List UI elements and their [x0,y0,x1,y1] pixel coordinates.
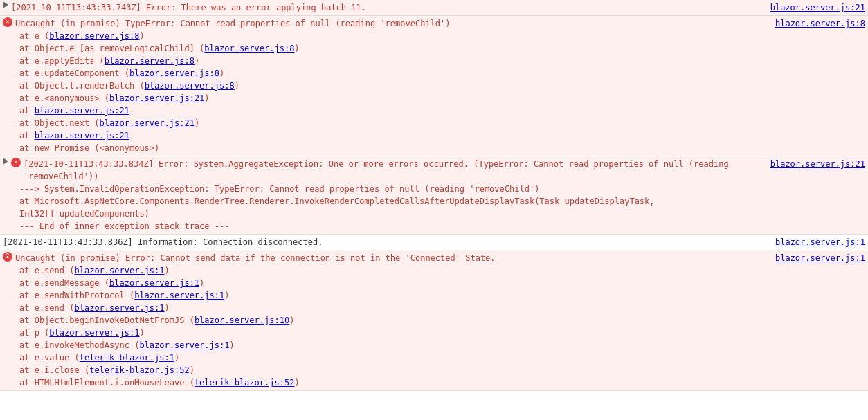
error-badge-3: ✕ [11,158,21,167]
expand-icon-1[interactable] [3,1,8,8]
log-text-3: [2021-10-11T13:43:33.834Z] Error: System… [24,158,765,183]
stack-line-5-6: at e.invokeMethodAsync (blazor.server.js… [19,339,865,351]
log-text-4: [2021-10-11T13:43:33.836Z] Information: … [3,236,770,248]
stack-link-2-3[interactable]: blazor.server.js:8 [129,69,219,78]
error-badge-5: 2 [3,252,12,262]
log-source-3[interactable]: blazor.server.js:21 [770,158,865,170]
stack-line-2-3: at e.updateComponent (blazor.server.js:8… [19,67,865,80]
log-entry-5: 2 Uncaught (in promise) Error: Cannot se… [0,250,868,391]
stack-line-2-7: at Object.next (blazor.server.js:21) [19,117,865,129]
stack-line-5-4: at Object.beginInvokeDotNetFromJS (blazo… [19,314,865,327]
stack-link-5-1[interactable]: blazor.server.js:1 [109,278,199,288]
log-entry-1: [2021-10-11T13:43:33.743Z] Error: There … [0,0,868,16]
stack-link-2-5[interactable]: blazor.server.js:21 [109,93,204,103]
log-text-5: Uncaught (in promise) Error: Cannot send… [15,252,770,264]
log-text-1: [2021-10-11T13:43:33.743Z] Error: There … [11,1,765,14]
stack-3: ---> System.InvalidOperationException: T… [3,183,865,232]
stack-line-2-5: at e.<anonymous> (blazor.server.js:21) [19,92,865,104]
stack-link-2-8[interactable]: blazor.server.js:21 [35,131,129,140]
stack-line-5-5: at p (blazor.server.js:1) [19,327,865,339]
stack-line-2-2: at e.applyEdits (blazor.server.js:8) [19,55,865,67]
stack-5: at e.send (blazor.server.js:1) at e.send… [3,264,865,389]
stack-line-3-0: ---> System.InvalidOperationException: T… [19,183,865,195]
stack-link-5-8[interactable]: telerik-blazor.js:52 [89,365,190,375]
stack-line-5-3: at e.send (blazor.server.js:1) [19,302,865,314]
log-entry-2: ✕ Uncaught (in promise) TypeError: Canno… [0,16,868,156]
console-panel: [2021-10-11T13:43:33.743Z] Error: There … [0,0,868,391]
log-source-5[interactable]: blazor.server.js:1 [775,252,865,264]
log-source-4[interactable]: blazor.server.js:1 [775,236,865,248]
stack-link-5-3[interactable]: blazor.server.js:1 [74,303,164,313]
stack-line-5-0: at e.send (blazor.server.js:1) [19,264,865,277]
stack-link-5-5[interactable]: blazor.server.js:1 [49,328,139,338]
log-entry-4: [2021-10-11T13:43:33.836Z] Information: … [0,235,868,250]
stack-link-5-7[interactable]: telerik-blazor.js:1 [80,353,174,363]
log-source-1[interactable]: blazor.server.js:21 [770,1,865,14]
stack-line-5-8: at e.i.close (telerik-blazor.js:52) [19,364,865,376]
stack-link-2-2[interactable]: blazor.server.js:8 [105,56,195,66]
stack-line-5-2: at e.sendWithProtocol (blazor.server.js:… [19,289,865,302]
stack-line-2-4: at Object.t.renderBatch (blazor.server.j… [19,80,865,92]
stack-link-5-0[interactable]: blazor.server.js:1 [74,266,164,275]
stack-line-5-1: at e.sendMessage (blazor.server.js:1) [19,277,865,289]
stack-line-2-9: at new Promise (<anonymous>) [19,142,865,154]
stack-link-2-6[interactable]: blazor.server.js:21 [35,106,129,116]
stack-link-2-4[interactable]: blazor.server.js:8 [145,81,235,91]
stack-line-2-1: at Object.e [as removeLogicalChild] (bla… [19,42,865,55]
stack-line-3-3: --- End of inner exception stack trace -… [19,220,865,232]
log-text-2: Uncaught (in promise) TypeError: Cannot … [15,17,770,30]
stack-line-2-0: at e (blazor.server.js:8) [19,30,865,42]
stack-link-2-7[interactable]: blazor.server.js:21 [100,118,195,128]
error-badge-2: ✕ [3,17,12,27]
stack-link-5-2[interactable]: blazor.server.js:1 [134,291,224,300]
stack-link-5-4[interactable]: blazor.server.js:10 [195,316,289,325]
stack-link-5-6[interactable]: blazor.server.js:1 [139,340,229,350]
expand-icon-3[interactable] [3,158,8,165]
stack-link-2-1[interactable]: blazor.server.js:8 [204,44,294,53]
stack-line-5-7: at e.value (telerik-blazor.js:1) [19,351,865,364]
stack-line-5-9: at HTMLHtmlElement.i.onMouseLeave (teler… [19,376,865,389]
log-source-2[interactable]: blazor.server.js:8 [775,17,865,30]
stack-line-3-2: Int32[] updatedComponents) [19,208,865,220]
stack-line-2-8: at blazor.server.js:21 [19,129,865,142]
log-entry-3: ✕ [2021-10-11T13:43:33.834Z] Error: Syst… [0,156,868,235]
stack-link-2-0[interactable]: blazor.server.js:8 [49,31,139,41]
stack-link-5-9[interactable]: telerik-blazor.js:52 [195,378,295,387]
stack-line-3-1: at Microsoft.AspNetCore.Components.Rende… [19,195,865,208]
stack-line-2-6: at blazor.server.js:21 [19,104,865,117]
stack-2: at e (blazor.server.js:8) at Object.e [a… [3,30,865,154]
